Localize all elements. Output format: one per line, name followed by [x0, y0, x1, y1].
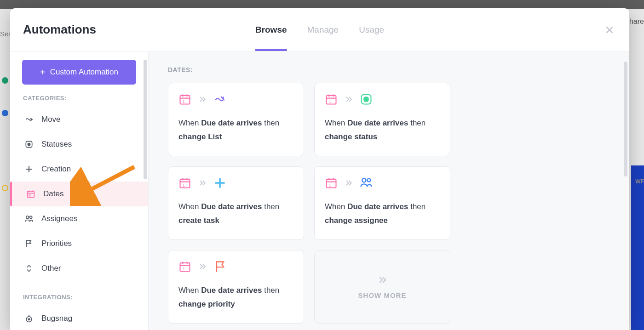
automation-cards: 1 When Due date arrives then change List	[168, 83, 615, 324]
sidebar: + Custom Automation CATEGORIES: Move Sta…	[10, 51, 148, 330]
automation-card-create-task[interactable]: 1 When Due date arrives then create task	[168, 166, 304, 240]
svg-rect-13	[364, 97, 368, 101]
chevrons-icon	[344, 178, 353, 189]
automation-card-change-assignee[interactable]: 1 When Due date arrives then change assi…	[314, 166, 450, 240]
move-action-icon	[213, 93, 226, 108]
sidebar-item-priorities[interactable]: Priorities	[22, 231, 138, 256]
chevrons-icon	[198, 262, 207, 273]
other-icon	[24, 263, 34, 273]
assignees-icon	[24, 214, 34, 224]
plus-icon: +	[40, 67, 46, 78]
sidebar-item-creation[interactable]: Creation	[22, 157, 138, 182]
calendar-icon: 1	[325, 93, 338, 108]
creation-icon	[24, 164, 34, 174]
chevrons-icon	[377, 274, 388, 287]
chevrons-icon	[198, 95, 207, 106]
integrations-label: INTEGRATIONS:	[23, 294, 138, 301]
calendar-icon: 1	[178, 260, 191, 275]
modal-title: Automations	[23, 23, 96, 37]
svg-text:1: 1	[183, 100, 185, 104]
svg-rect-1	[28, 143, 30, 146]
bg-dot	[2, 110, 8, 116]
svg-text:1: 1	[183, 183, 185, 188]
sidebar-item-label: Move	[41, 115, 133, 124]
priorities-icon	[24, 239, 34, 249]
svg-point-19	[367, 179, 370, 182]
show-more-button[interactable]: SHOW MORE	[314, 250, 450, 324]
tab-usage[interactable]: Usage	[359, 8, 384, 51]
sidebar-item-dates[interactable]: Dates	[10, 182, 148, 206]
sidebar-item-bugsnag[interactable]: Bugsnag	[22, 306, 138, 330]
modal-header: Automations Browse Manage Usage	[10, 8, 629, 51]
svg-point-18	[362, 178, 366, 182]
chevrons-icon	[344, 95, 353, 106]
svg-point-4	[26, 216, 29, 219]
automation-text: When Due date arrives then create task	[178, 200, 293, 228]
sidebar-item-move[interactable]: Move	[22, 107, 138, 132]
svg-rect-10	[327, 96, 336, 104]
svg-text:1: 1	[183, 267, 185, 271]
svg-rect-20	[180, 263, 190, 272]
bg-wr-text: WF	[635, 178, 644, 185]
bg-dot	[2, 77, 8, 84]
svg-point-7	[28, 319, 29, 320]
assignee-action-icon	[360, 176, 373, 191]
sidebar-item-label: Other	[41, 264, 133, 273]
svg-point-5	[30, 216, 32, 218]
automation-text: When Due date arrives then change priori…	[178, 284, 293, 311]
svg-text:1: 1	[329, 183, 331, 188]
sidebar-item-label: Bugsnag	[41, 314, 133, 323]
priority-action-icon	[213, 260, 226, 275]
bugsnag-icon	[24, 313, 34, 324]
automation-card-change-list[interactable]: 1 When Due date arrives then change List	[168, 83, 304, 156]
automations-modal: Automations Browse Manage Usage + Custom…	[10, 8, 629, 330]
sidebar-item-label: Priorities	[41, 239, 133, 248]
tabs: Browse Manage Usage	[255, 8, 384, 51]
show-more-label: SHOW MORE	[358, 291, 407, 299]
content-section-label: DATES:	[168, 66, 615, 74]
status-action-icon	[360, 93, 373, 108]
custom-automation-button[interactable]: + Custom Automation	[22, 60, 136, 85]
close-icon	[604, 25, 615, 35]
automation-text: When Due date arrives then change List	[178, 116, 293, 144]
statuses-icon	[24, 139, 34, 149]
automation-text: When Due date arrives then change status	[325, 116, 440, 144]
automation-card-change-priority[interactable]: 1 When Due date arrives then change prio…	[168, 250, 304, 324]
calendar-icon: 1	[325, 176, 338, 191]
sidebar-item-other[interactable]: Other	[22, 256, 138, 281]
tab-browse[interactable]: Browse	[255, 8, 287, 51]
calendar-icon: 1	[178, 176, 191, 191]
create-action-icon	[213, 176, 226, 191]
dates-icon	[26, 189, 36, 199]
sidebar-item-statuses[interactable]: Statuses	[22, 132, 138, 157]
content-scrollbar[interactable]	[624, 62, 627, 176]
automation-text: When Due date arrives then change assign…	[325, 200, 440, 228]
bg-dot	[2, 185, 8, 191]
tab-manage[interactable]: Manage	[307, 8, 339, 51]
calendar-icon: 1	[178, 93, 191, 108]
svg-rect-3	[29, 194, 30, 196]
svg-rect-8	[180, 96, 190, 104]
svg-text:1: 1	[329, 100, 331, 104]
sidebar-item-label: Creation	[41, 165, 133, 174]
sidebar-item-label: Statuses	[41, 140, 133, 149]
custom-automation-label: Custom Automation	[50, 68, 118, 77]
chevrons-icon	[198, 178, 207, 189]
sidebar-item-assignees[interactable]: Assignees	[22, 206, 138, 231]
sidebar-item-label: Assignees	[41, 214, 133, 223]
sidebar-scrollbar[interactable]	[144, 60, 147, 179]
automation-card-change-status[interactable]: 1 When Due date arrives then change stat…	[314, 83, 450, 156]
move-icon	[24, 114, 34, 125]
close-button[interactable]	[603, 23, 616, 37]
sidebar-item-label: Dates	[43, 189, 144, 199]
svg-rect-14	[180, 179, 190, 188]
categories-label: CATEGORIES:	[23, 95, 138, 102]
svg-rect-16	[327, 179, 336, 188]
content-area: DATES: 1	[148, 51, 629, 330]
